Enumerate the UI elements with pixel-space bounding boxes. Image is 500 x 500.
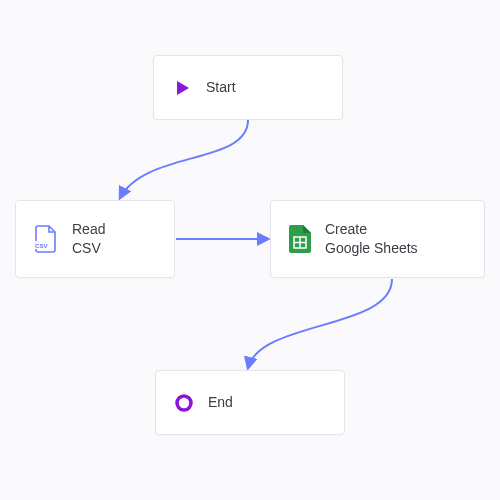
play-icon (172, 78, 192, 98)
svg-text:CSV: CSV (35, 242, 49, 249)
node-label: Read CSV (72, 220, 105, 258)
node-label: End (208, 393, 233, 412)
flow-canvas: Start CSV Read CSV Create Google Sheets (0, 0, 500, 500)
node-read-csv[interactable]: CSV Read CSV (15, 200, 175, 278)
node-label: Create Google Sheets (325, 220, 418, 258)
node-label: Start (206, 78, 236, 97)
node-start[interactable]: Start (153, 55, 343, 120)
end-circle-icon (174, 393, 194, 413)
svg-point-5 (177, 396, 191, 410)
edge-start-to-csv (120, 120, 248, 198)
google-sheets-icon (289, 225, 311, 253)
csv-file-icon: CSV (34, 225, 58, 253)
node-create-google-sheets[interactable]: Create Google Sheets (270, 200, 485, 278)
edge-sheets-to-end (248, 279, 392, 368)
node-end[interactable]: End (155, 370, 345, 435)
